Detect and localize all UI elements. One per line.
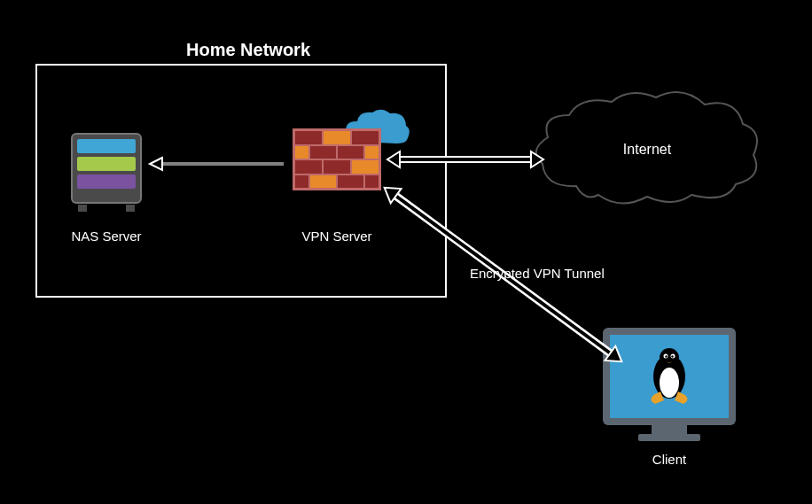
svg-point-2 <box>660 348 679 368</box>
svg-point-5 <box>665 355 667 357</box>
arrow-vpn-to-nas <box>146 155 288 173</box>
svg-rect-10 <box>398 158 531 161</box>
internet-label: Internet <box>607 142 687 158</box>
home-network-title: Home Network <box>160 40 337 60</box>
client-label: Client <box>629 452 709 467</box>
vpn-server-label: VPN Server <box>293 229 381 244</box>
tux-penguin-icon <box>643 345 696 407</box>
vpn-server-icon <box>293 128 381 190</box>
nas-server-label: NAS Server <box>62 229 151 244</box>
arrow-internet-vpn <box>386 146 545 173</box>
nas-server-icon <box>71 133 142 217</box>
vpn-tunnel-label: Encrypted VPN Tunnel <box>470 266 647 281</box>
svg-point-1 <box>660 368 679 398</box>
svg-point-6 <box>671 355 673 357</box>
